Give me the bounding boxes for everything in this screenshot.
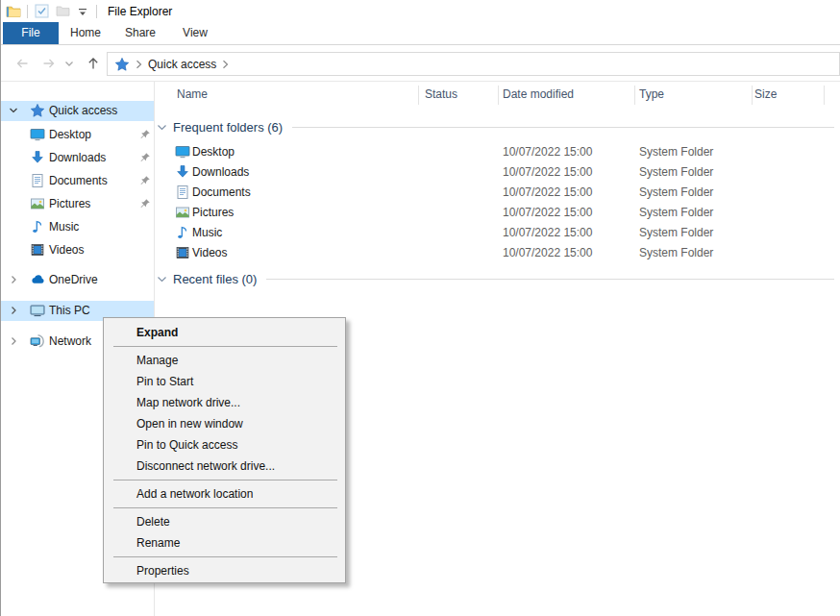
file-explorer-icon [5,3,22,20]
quick-access-star-icon [30,103,45,118]
onedrive-icon [30,272,45,287]
new-folder-icon[interactable] [54,3,71,20]
pin-icon [139,198,151,209]
menu-separator [113,507,337,508]
sidebar-item-music[interactable]: Music [1,217,154,237]
sidebar-item-videos[interactable]: Videos [1,240,154,260]
sidebar-item-documents[interactable]: Documents [1,171,154,191]
address-input[interactable]: Quick access [107,52,840,76]
context-menu: Expand Manage Pin to Start Map network d… [103,317,346,583]
breadcrumb-quick-access[interactable]: Quick access [148,58,216,71]
menu-item-disconnect-network-drive[interactable]: Disconnect network drive... [104,456,345,477]
breadcrumb-chevron-icon[interactable] [222,60,229,69]
column-header-status[interactable]: Status [425,87,457,101]
file-row-videos[interactable]: Videos 10/07/2022 15:00 System Folder [155,243,840,263]
group-header-frequent-folders[interactable]: Frequent folders (6) [157,119,834,135]
network-icon [30,333,45,349]
pin-icon [139,152,151,163]
menu-separator [113,346,337,347]
address-bar: Quick access [1,45,840,82]
documents-icon [30,173,45,188]
menu-item-pin-to-start[interactable]: Pin to Start [104,371,345,392]
file-row-downloads[interactable]: Downloads 10/07/2022 15:00 System Folder [155,162,840,183]
downloads-icon [30,150,45,165]
this-pc-icon [30,303,45,318]
chevron-down-icon[interactable] [157,274,167,284]
column-header-size[interactable]: Size [754,87,777,101]
menu-item-add-a-network-location[interactable]: Add a network location [104,483,345,505]
quick-access-star-icon [114,57,130,72]
chevron-down-icon[interactable] [9,106,18,115]
sidebar-item-desktop[interactable]: Desktop [1,125,154,145]
menu-item-expand[interactable]: Expand [104,322,345,343]
title-bar: File Explorer [1,0,840,22]
videos-icon [175,245,190,260]
menu-item-delete[interactable]: Delete [104,511,345,532]
chevron-right-icon[interactable] [9,275,18,284]
window-title: File Explorer [108,5,172,18]
music-icon [30,219,45,234]
desktop-icon [30,127,45,142]
file-row-pictures[interactable]: Pictures 10/07/2022 15:00 System Folder [155,203,840,223]
tab-home[interactable]: Home [59,22,112,44]
file-row-music[interactable]: Music 10/07/2022 15:00 System Folder [155,223,840,243]
up-button[interactable] [86,56,101,71]
breadcrumb-chevron-icon[interactable] [136,60,142,69]
tab-share[interactable]: Share [112,22,168,44]
back-button[interactable] [14,56,30,71]
column-header-type[interactable]: Type [639,87,664,101]
menu-item-properties[interactable]: Properties [104,560,345,581]
tab-file[interactable]: File [3,22,59,44]
music-icon [175,225,190,240]
menu-item-rename[interactable]: Rename [104,532,345,554]
file-row-desktop[interactable]: Desktop 10/07/2022 15:00 System Folder [155,142,840,162]
column-header-date-modified[interactable]: Date modified [503,87,574,101]
desktop-icon [175,144,190,160]
customize-toolbar-dropdown-icon[interactable] [74,3,91,20]
sidebar-item-downloads[interactable]: Downloads [1,148,154,168]
menu-separator [113,556,337,557]
recent-locations-dropdown-icon[interactable] [64,61,74,68]
chevron-right-icon[interactable] [9,336,18,346]
properties-icon[interactable] [33,3,50,20]
window-left-border [0,0,1,616]
sidebar-item-onedrive[interactable]: OneDrive [1,270,154,290]
forward-button[interactable] [41,56,57,71]
menu-item-map-network-drive[interactable]: Map network drive... [104,392,345,413]
videos-icon [30,242,45,258]
column-headers: Name Status Date modified Type Size [155,85,840,106]
menu-item-pin-to-quick-access[interactable]: Pin to Quick access [104,434,345,456]
pictures-icon [30,196,45,211]
menu-separator [113,480,337,480]
pictures-icon [175,205,190,220]
group-header-recent-files[interactable]: Recent files (0) [157,271,834,286]
downloads-icon [175,164,190,180]
chevron-down-icon[interactable] [157,122,167,133]
documents-icon [175,185,190,200]
ribbon-tab-bar: File Home Share View [1,22,840,45]
pin-icon [139,129,151,140]
menu-item-manage[interactable]: Manage [104,350,345,371]
pin-icon [139,175,151,186]
sidebar-item-quick-access[interactable]: Quick access [1,101,154,121]
menu-item-open-in-new-window[interactable]: Open in new window [104,413,345,434]
chevron-right-icon[interactable] [9,306,18,315]
tab-view[interactable]: View [168,22,222,44]
sidebar-item-pictures[interactable]: Pictures [1,194,154,214]
column-header-name[interactable]: Name [177,87,208,101]
file-row-documents[interactable]: Documents 10/07/2022 15:00 System Folder [155,183,840,203]
